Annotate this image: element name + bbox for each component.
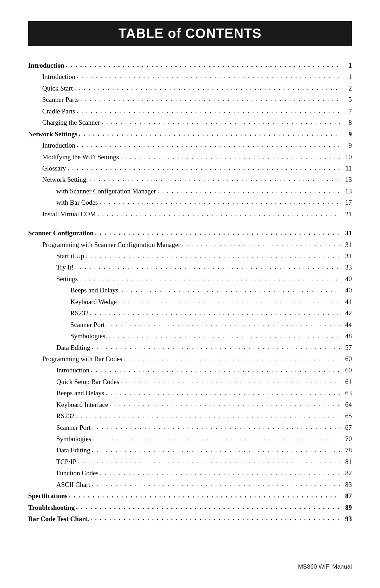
toc-entry: Cradle Parts7 <box>28 106 352 116</box>
toc-entry: Install Virtual COM21 <box>28 209 352 219</box>
toc-entry: Beeps and Delays.40 <box>28 285 352 295</box>
toc-entry: Glossary11 <box>28 163 352 173</box>
toc-label: Scanner Configuration <box>28 228 94 238</box>
toc-entry: Introduction9 <box>28 140 352 150</box>
toc-dots <box>74 82 340 93</box>
toc-page-number: 67 <box>341 422 352 433</box>
toc-label: Quick Start <box>42 83 73 93</box>
toc-label: Beeps and Delays <box>56 388 104 398</box>
toc-entry: Beeps and Delays63 <box>28 388 352 398</box>
toc-dots <box>121 376 340 386</box>
toc-label: Introduction <box>42 140 75 150</box>
toc-page-number: 31 <box>341 251 352 261</box>
toc-page-number: 33 <box>341 262 352 272</box>
toc-dots <box>118 296 340 306</box>
toc-entry: Network Setting.13 <box>28 174 352 185</box>
toc-entry: Quick Start2 <box>28 83 352 93</box>
toc-entry: Symbologies.48 <box>28 331 352 341</box>
toc-dots <box>79 128 340 138</box>
toc-entry: Network Settings9 <box>28 129 352 139</box>
toc-page-number: 8 <box>341 117 352 128</box>
toc-dots <box>97 208 340 218</box>
toc-entry: Modifying the WiFi Settings10 <box>28 152 352 162</box>
toc-dots <box>101 117 340 127</box>
toc-label: Data Editing <box>56 342 90 353</box>
toc-label: Function Codes <box>56 468 99 478</box>
toc-page-number: 11 <box>341 163 352 173</box>
toc-entry: Symbologies70 <box>28 434 352 444</box>
toc-dots <box>92 422 340 432</box>
toc-dots <box>93 433 340 443</box>
toc-label: Keyboard Interface <box>56 400 108 410</box>
toc-label: Try It! <box>56 262 74 272</box>
toc-label: Network Setting. <box>42 174 88 185</box>
toc-dots <box>69 490 340 500</box>
toc-page-number: 81 <box>341 457 352 467</box>
toc-label: Charging the Scanner <box>42 117 100 128</box>
toc-dots <box>75 261 340 272</box>
toc-label: Install Virtual COM <box>42 209 96 219</box>
toc-page-number: 60 <box>341 354 352 364</box>
toc-dots <box>90 513 340 523</box>
toc-page-number: 40 <box>341 285 352 295</box>
toc-page-number: 64 <box>341 400 352 410</box>
toc-dots <box>66 60 340 70</box>
toc-page-number: 65 <box>341 411 352 421</box>
toc-dots <box>77 71 340 81</box>
toc-page-number: 17 <box>341 197 352 208</box>
toc-label: RS232 <box>70 308 89 318</box>
toc-page-number: 60 <box>341 365 352 375</box>
toc-dots <box>106 387 340 397</box>
toc-entry: Try It!33 <box>28 262 352 272</box>
toc-page-number: 1 <box>341 72 352 82</box>
toc-page-number: 48 <box>341 331 352 341</box>
toc-entry: Programming with Bar Codes60 <box>28 354 352 364</box>
toc-page-number: 89 <box>341 502 352 513</box>
toc-dots <box>109 399 340 409</box>
toc-dots <box>92 479 340 489</box>
toc-label: Scanner Port <box>70 320 105 330</box>
toc-page-number: 31 <box>341 228 352 238</box>
toc-label: with Bar Codes <box>56 197 98 208</box>
toc-dots <box>92 342 340 352</box>
toc-entry: ASCII Chart83 <box>28 479 352 490</box>
toc-label: Bar Code Test Chart. <box>28 514 89 524</box>
page-title-bar: TABLE of CONTENTS <box>28 21 352 46</box>
toc-dots <box>182 239 340 249</box>
toc-label: Settings <box>56 274 78 284</box>
toc-page-number: 44 <box>341 320 352 330</box>
toc-dots <box>76 410 340 420</box>
toc-page-number: 5 <box>341 94 352 105</box>
toc-page-number: 78 <box>341 445 352 455</box>
toc-label: Start it Up <box>56 251 84 261</box>
toc-label: Data Editing <box>56 445 90 455</box>
toc-container: Introduction1Introduction1Quick Start2Sc… <box>28 60 352 524</box>
toc-label: ASCII Chart <box>56 479 90 490</box>
toc-label: Symbologies <box>56 434 91 444</box>
toc-entry: Introduction1 <box>28 72 352 82</box>
toc-dots <box>78 456 340 466</box>
toc-entry: Scanner Port67 <box>28 422 352 433</box>
toc-label: Modifying the WiFi Settings <box>42 152 119 162</box>
toc-entry: Function Codes82 <box>28 468 352 478</box>
toc-dots <box>90 307 340 317</box>
toc-dots <box>68 162 340 173</box>
toc-entry: Programming with Scanner Configuration M… <box>28 240 352 250</box>
toc-page-number: 40 <box>341 274 352 284</box>
toc-dots <box>77 140 340 150</box>
toc-dots <box>120 151 340 161</box>
toc-dots <box>86 250 340 260</box>
toc-label: Quick Setup Bar Codes <box>56 377 119 387</box>
toc-page-number: 1 <box>341 60 352 70</box>
toc-label: Network Settings <box>28 129 77 139</box>
page-title: TABLE of CONTENTS <box>35 26 345 41</box>
toc-label: Programming with Bar Codes <box>42 354 122 364</box>
toc-dots <box>92 444 340 454</box>
toc-page-number: 70 <box>341 434 352 444</box>
toc-entry: Introduction1 <box>28 60 352 70</box>
toc-page-number: 21 <box>341 209 352 219</box>
toc-page-number: 61 <box>341 377 352 387</box>
toc-page-number: 31 <box>341 240 352 250</box>
toc-dots <box>95 227 340 237</box>
toc-dots <box>124 353 340 363</box>
